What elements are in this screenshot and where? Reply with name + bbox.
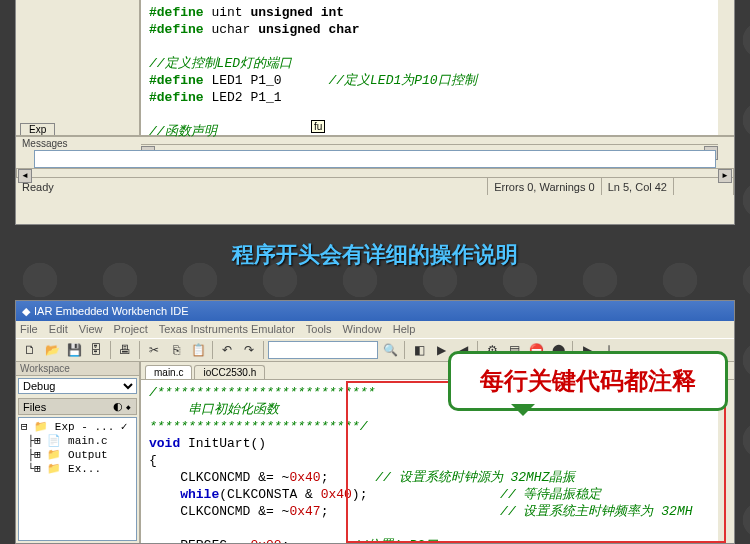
workspace-label: Workspace bbox=[16, 362, 139, 376]
status-ready: Ready bbox=[16, 178, 488, 195]
menu-tools[interactable]: Tools bbox=[306, 323, 332, 335]
save-icon[interactable]: 💾 bbox=[64, 340, 84, 360]
autocomplete-hint: fu bbox=[311, 120, 325, 133]
top-ide-panel: Exp #define uint unsigned int #define uc… bbox=[15, 0, 735, 225]
files-header: Files bbox=[23, 401, 46, 413]
open-icon[interactable]: 📂 bbox=[42, 340, 62, 360]
col-icon[interactable]: ⬥ bbox=[125, 400, 132, 413]
window-titlebar[interactable]: ◆ IAR Embedded Workbench IDE bbox=[16, 301, 734, 321]
redo-icon[interactable]: ↷ bbox=[239, 340, 259, 360]
status-errors: Errors 0, Warnings 0 bbox=[488, 178, 601, 195]
workspace-sidebar: Workspace Debug Files ◐⬥ ⊟ 📁 Exp - ... ✓… bbox=[16, 362, 141, 543]
top-sidebar: Exp bbox=[16, 0, 141, 135]
paste-icon[interactable]: 📋 bbox=[188, 340, 208, 360]
menu-ti-emulator[interactable]: Texas Instruments Emulator bbox=[159, 323, 295, 335]
menu-window[interactable]: Window bbox=[343, 323, 382, 335]
menu-bar[interactable]: File Edit View Project Texas Instruments… bbox=[16, 321, 734, 338]
top-code-editor[interactable]: #define uint unsigned int #define uchar … bbox=[141, 0, 734, 135]
tree-root[interactable]: ⊟ 📁 Exp - ... ✓ bbox=[21, 420, 134, 434]
annotation-callout: 每行关键代码都注释 bbox=[448, 351, 728, 411]
bottom-ide-window: ◆ IAR Embedded Workbench IDE File Edit V… bbox=[15, 300, 735, 544]
toggle-bookmark-icon[interactable]: ◧ bbox=[409, 340, 429, 360]
status-position: Ln 5, Col 42 bbox=[602, 178, 674, 195]
tab-main-c[interactable]: main.c bbox=[145, 365, 192, 379]
menu-help[interactable]: Help bbox=[393, 323, 416, 335]
annotation-caption: 程序开头会有详细的操作说明 bbox=[0, 240, 750, 270]
status-bar: Ready Errors 0, Warnings 0 Ln 5, Col 42 bbox=[16, 177, 734, 195]
tree-main-c[interactable]: ├⊞ 📄 main.c bbox=[21, 434, 134, 448]
copy-icon[interactable]: ⎘ bbox=[166, 340, 186, 360]
print-icon[interactable]: 🖶 bbox=[115, 340, 135, 360]
window-title: IAR Embedded Workbench IDE bbox=[34, 301, 188, 321]
messages-list[interactable] bbox=[34, 150, 716, 168]
find-icon[interactable]: 🔍 bbox=[380, 340, 400, 360]
new-file-icon[interactable]: 🗋 bbox=[20, 340, 40, 360]
tree-ex[interactable]: └⊞ 📁 Ex... bbox=[21, 462, 134, 476]
project-tree[interactable]: ⊟ 📁 Exp - ... ✓ ├⊞ 📄 main.c ├⊞ 📁 Output … bbox=[18, 417, 137, 541]
menu-project[interactable]: Project bbox=[114, 323, 148, 335]
app-icon: ◆ bbox=[22, 301, 30, 321]
save-all-icon[interactable]: 🗄 bbox=[86, 340, 106, 360]
undo-icon[interactable]: ↶ bbox=[217, 340, 237, 360]
status-spacer bbox=[674, 178, 734, 195]
cut-icon[interactable]: ✂ bbox=[144, 340, 164, 360]
tab-iocc2530[interactable]: ioCC2530.h bbox=[194, 365, 265, 379]
tree-output[interactable]: ├⊞ 📁 Output bbox=[21, 448, 134, 462]
menu-view[interactable]: View bbox=[79, 323, 103, 335]
menu-edit[interactable]: Edit bbox=[49, 323, 68, 335]
col-icon[interactable]: ◐ bbox=[113, 400, 123, 413]
menu-file[interactable]: File bbox=[20, 323, 38, 335]
find-input[interactable] bbox=[268, 341, 378, 359]
top-editor-split: Exp #define uint unsigned int #define uc… bbox=[16, 0, 734, 135]
workspace-tab-exp[interactable]: Exp bbox=[20, 123, 55, 135]
config-select[interactable]: Debug bbox=[18, 378, 137, 394]
